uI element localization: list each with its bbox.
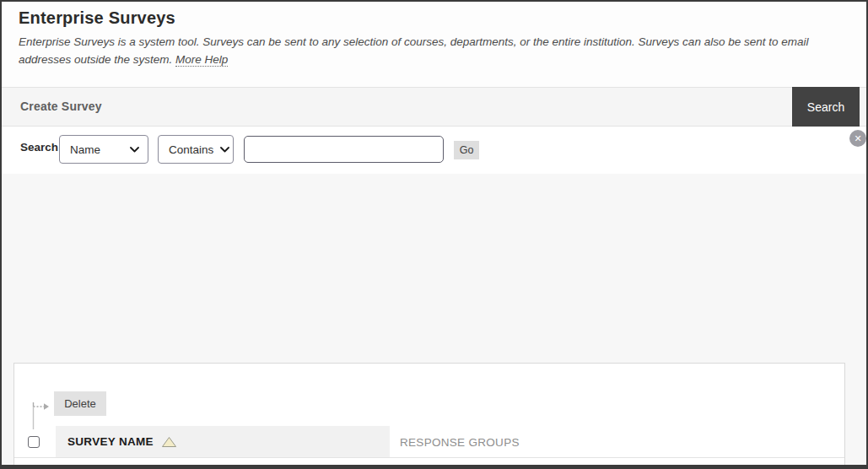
column-header-survey-name[interactable]: SURVEY NAME [67,435,177,448]
more-help-link[interactable]: More Help [175,53,228,67]
close-search-icon[interactable]: ✕ [849,130,866,147]
search-operator-select[interactable]: Contains [158,135,234,164]
enterprise-surveys-window: Enterprise Surveys Enterprise Surveys is… [0,0,868,469]
delete-button-top[interactable]: Delete [54,391,106,416]
chevron-down-icon [220,147,229,153]
surveys-table-container: Delete SURVEY NAME RESPONSE GROUPS Instr… [13,363,845,465]
page-title: Enterprise Surveys [19,8,175,28]
search-field-selected-value: Name [70,143,100,156]
search-button[interactable]: Search [792,87,860,127]
search-label: Search [20,141,58,154]
select-all-checkbox[interactable] [28,436,40,448]
search-input[interactable] [244,136,444,163]
table-row: Instructor Satisfaction 2023 Your chance… [14,458,844,469]
table-header-row: SURVEY NAME RESPONSE GROUPS [14,426,844,458]
chevron-down-icon [130,147,139,153]
column-header-response-groups: RESPONSE GROUPS [400,436,520,449]
create-survey-button[interactable]: Create Survey [20,88,102,126]
page-description: Enterprise Surveys is a system tool. Sur… [19,33,837,68]
search-field-select[interactable]: Name [59,135,148,164]
search-operator-selected-value: Contains [169,143,213,156]
action-bar: Create Survey Search [2,87,866,127]
content-background: Delete SURVEY NAME RESPONSE GROUPS Instr… [2,174,866,465]
page-header: Enterprise Surveys Enterprise Surveys is… [2,2,866,87]
search-panel: Search Name Contains Go [2,127,866,174]
sort-ascending-icon [161,436,177,448]
go-button[interactable]: Go [454,141,479,159]
page-description-text: Enterprise Surveys is a system tool. Sur… [19,35,808,66]
